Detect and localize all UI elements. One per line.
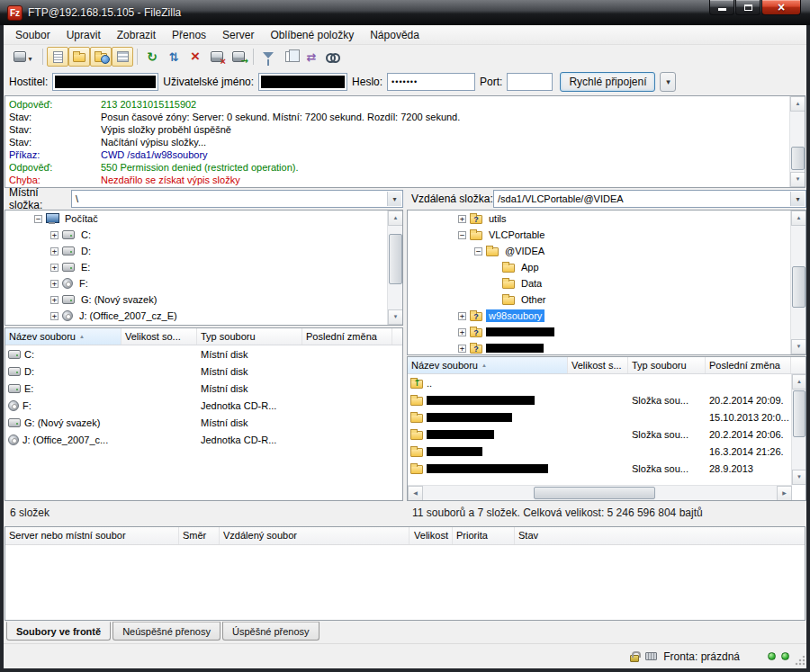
password-input[interactable]: •••••••	[387, 73, 475, 91]
file-row-d[interactable]: D:Místní disk	[5, 363, 402, 380]
process-queue-button[interactable]	[163, 47, 184, 67]
file-row-redacted[interactable]: Složka sou...20.2.2014 20:09.	[408, 391, 806, 408]
chevron-down-icon[interactable]	[790, 192, 805, 206]
menu-prenos[interactable]: Přenos	[164, 26, 214, 44]
menu-zobrazit[interactable]: Zobrazit	[109, 26, 164, 44]
scroll-left-icon[interactable]	[408, 486, 423, 501]
column-header-type[interactable]: Typ souboru	[197, 328, 302, 345]
collapse-icon[interactable]	[458, 231, 466, 239]
find-button[interactable]	[322, 47, 344, 67]
local-directory-combobox[interactable]: \	[71, 190, 403, 208]
refresh-button[interactable]	[141, 47, 163, 67]
expand-icon[interactable]	[50, 231, 58, 239]
tree-item-pocitac[interactable]: Počítač	[5, 211, 402, 227]
host-input[interactable]	[52, 73, 158, 91]
scrollbar-thumb[interactable]	[389, 234, 402, 284]
expand-icon[interactable]	[458, 312, 466, 320]
tree-item-redacted[interactable]	[408, 324, 806, 340]
file-row-redacted[interactable]: 16.3.2014 21:26.	[408, 443, 806, 460]
scrollbar-thumb[interactable]	[534, 487, 655, 499]
scroll-up-icon[interactable]	[790, 96, 806, 112]
tree-item-other[interactable]: Other	[408, 291, 806, 308]
tree-item-c[interactable]: C:	[5, 227, 402, 243]
username-input[interactable]	[258, 73, 347, 91]
menu-napoveda[interactable]: Nápověda	[362, 26, 428, 44]
disconnect-button[interactable]	[206, 47, 228, 67]
file-row-c[interactable]: C:Místní disk	[5, 345, 402, 363]
file-row-j[interactable]: J: (Office_2007_c...Jednotka CD-R...	[5, 431, 402, 448]
filter-button[interactable]	[257, 47, 279, 67]
remote-directory-combobox[interactable]: /sda1/VLCPortable/@VIDEA	[493, 190, 806, 208]
scroll-up-icon[interactable]	[792, 374, 806, 390]
scrollbar-thumb[interactable]	[791, 147, 805, 170]
toggle-message-log-button[interactable]	[47, 47, 68, 67]
file-row-redacted[interactable]: Složka sou...20.2.2014 20:06.	[408, 426, 806, 443]
expand-icon[interactable]	[50, 296, 58, 304]
collapse-icon[interactable]	[474, 247, 482, 255]
cancel-button[interactable]	[184, 47, 206, 67]
tree-item-redacted[interactable]	[408, 340, 806, 355]
quickconnect-dropdown-button[interactable]	[660, 72, 676, 92]
site-manager-button[interactable]	[7, 47, 39, 67]
maximize-button[interactable]	[735, 0, 760, 15]
expand-icon[interactable]	[50, 247, 58, 255]
expand-icon[interactable]	[50, 264, 58, 272]
scroll-up-icon[interactable]	[388, 211, 403, 226]
tree-item-data[interactable]: Data	[408, 275, 806, 291]
remote-list-hscrollbar[interactable]	[408, 485, 792, 500]
tree-item-vlcportable[interactable]: VLCPortable	[408, 227, 806, 243]
tree-item-e[interactable]: E:	[5, 259, 402, 275]
column-header-size[interactable]: Velikost s...	[568, 357, 628, 373]
scrollbar-thumb[interactable]	[792, 266, 806, 308]
port-input[interactable]	[507, 73, 553, 91]
expand-icon[interactable]	[458, 328, 466, 336]
tree-item-videa[interactable]: @VIDEA	[408, 243, 806, 259]
tree-item-j[interactable]: J: (Office_2007_cz_E)	[5, 308, 402, 324]
quickconnect-button[interactable]: Rychlé připojení	[560, 72, 655, 92]
tab-failed-transfers[interactable]: Neúspěšné přenosy	[112, 622, 220, 641]
tree-item-w98soubory[interactable]: w98soubory	[408, 308, 806, 324]
menu-soubor[interactable]: Soubor	[7, 26, 58, 44]
column-header-name[interactable]: Název souboru	[408, 357, 568, 373]
menu-upravit[interactable]: Upravit	[58, 26, 109, 44]
expand-icon[interactable]	[50, 312, 58, 320]
column-header-name[interactable]: Název souboru	[5, 328, 122, 345]
column-header-size[interactable]: Velikost	[410, 527, 453, 544]
resize-grip[interactable]	[794, 656, 805, 667]
file-row-e[interactable]: E:Místní disk	[5, 380, 402, 397]
file-row-f[interactable]: F:Jednotka CD-R...	[5, 397, 402, 414]
compare-button[interactable]	[279, 47, 301, 67]
column-header-status[interactable]: Stav	[515, 527, 805, 544]
scroll-down-icon[interactable]	[792, 470, 806, 485]
file-row-redacted[interactable]: 15.10.2013 20:0...	[408, 408, 806, 426]
file-row-g[interactable]: G: (Nový svazek)Místní disk	[5, 414, 402, 431]
minimize-button[interactable]	[709, 0, 734, 15]
scroll-down-icon[interactable]	[388, 309, 403, 325]
column-header-modified[interactable]: Poslední změna	[706, 357, 791, 373]
reconnect-button[interactable]	[228, 47, 249, 67]
sync-browsing-button[interactable]	[301, 47, 322, 67]
log-scrollbar[interactable]	[789, 96, 805, 187]
queue-list[interactable]	[5, 545, 805, 621]
tree-item-d[interactable]: D:	[5, 243, 402, 259]
scroll-up-icon[interactable]	[791, 211, 806, 226]
tree-item-f[interactable]: F:	[5, 275, 402, 291]
tab-successful-transfers[interactable]: Úspěšné přenosy	[222, 622, 320, 641]
collapse-icon[interactable]	[34, 215, 42, 223]
column-header-local-file[interactable]: Server nebo místní soubor	[5, 527, 179, 544]
expand-icon[interactable]	[458, 345, 466, 353]
file-row-parent[interactable]: ..	[408, 374, 806, 391]
remote-list-vscrollbar[interactable]	[791, 374, 806, 485]
column-header-priority[interactable]: Priorita	[453, 527, 515, 544]
toggle-queue-button[interactable]	[112, 47, 133, 67]
close-button[interactable]	[761, 0, 801, 15]
column-header-size[interactable]: Velikost so...	[122, 328, 197, 345]
scroll-right-icon[interactable]	[777, 486, 792, 501]
remote-tree-scrollbar[interactable]	[790, 211, 806, 354]
toggle-local-tree-button[interactable]	[68, 47, 90, 67]
menu-server[interactable]: Server	[214, 26, 262, 44]
column-header-remote-file[interactable]: Vzdálený soubor	[220, 527, 410, 544]
expand-icon[interactable]	[458, 215, 466, 223]
chevron-down-icon[interactable]	[387, 192, 401, 206]
toggle-remote-tree-button[interactable]	[90, 47, 112, 67]
